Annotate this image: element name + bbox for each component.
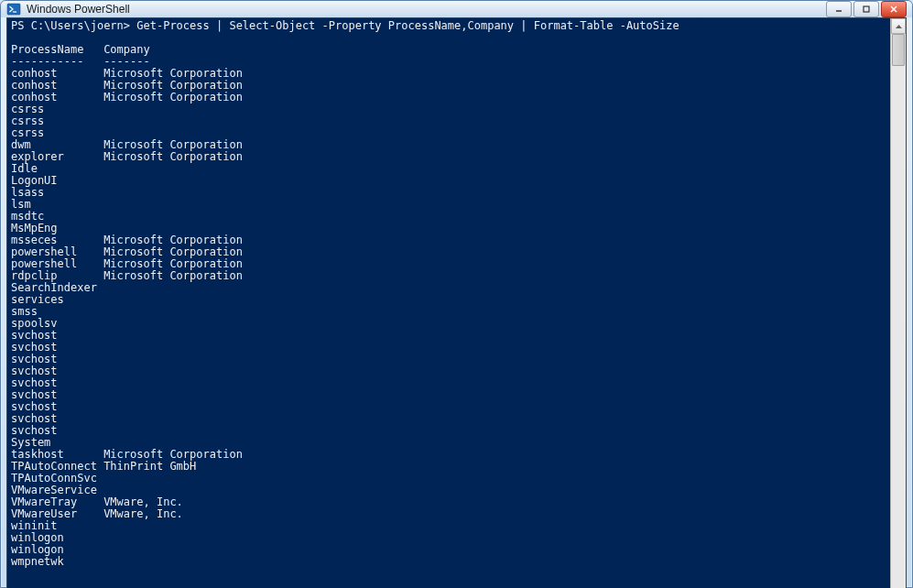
app-icon <box>6 2 21 16</box>
scroll-track[interactable] <box>891 34 906 588</box>
minimize-button[interactable] <box>826 1 852 17</box>
scroll-up-button[interactable] <box>891 18 906 34</box>
close-button[interactable] <box>881 1 907 17</box>
svg-rect-0 <box>7 4 20 15</box>
powershell-window: Windows PowerShell PS C:\Users\joern> Ge… <box>0 0 913 588</box>
terminal-output[interactable]: PS C:\Users\joern> Get-Process | Select-… <box>7 18 890 588</box>
svg-rect-3 <box>864 6 869 12</box>
console-container: PS C:\Users\joern> Get-Process | Select-… <box>6 17 907 588</box>
window-controls <box>826 1 907 17</box>
scroll-thumb[interactable] <box>892 34 905 66</box>
window-title: Windows PowerShell <box>27 3 826 16</box>
titlebar[interactable]: Windows PowerShell <box>1 1 912 17</box>
maximize-button[interactable] <box>853 1 879 17</box>
vertical-scrollbar[interactable] <box>890 18 906 588</box>
